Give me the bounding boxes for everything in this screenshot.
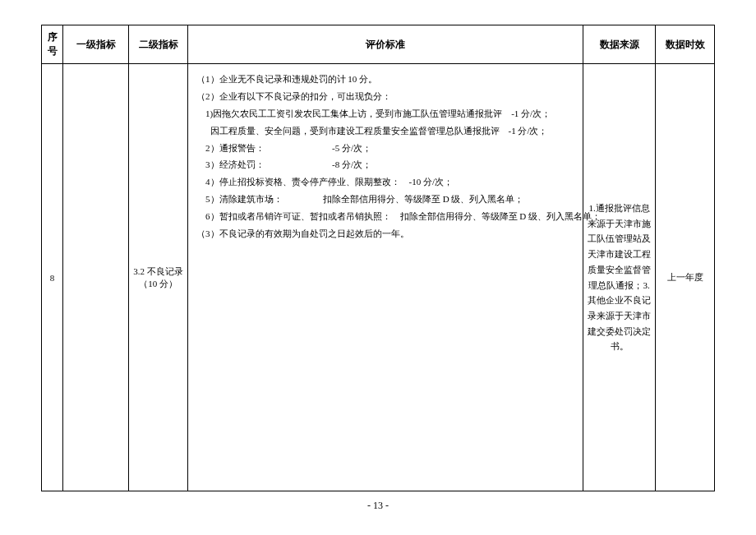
cell-source: 1.通报批评信息来源于天津市施工队伍管理站及天津市建设工程质量安全监督管理总队通… bbox=[583, 64, 656, 491]
criteria-line: （3）不良记录的有效期为自处罚之日起效后的一年。 bbox=[196, 225, 574, 242]
header-criteria: 评价标准 bbox=[188, 25, 583, 64]
evaluation-table: 序号 一级指标 二级指标 评价标准 数据来源 数据时效 8 3.2 不良记录（1… bbox=[41, 25, 715, 491]
cell-level2: 3.2 不良记录（10 分） bbox=[129, 64, 188, 491]
criteria-line: 因工程质量、安全问题，受到市建设工程质量安全监督管理总队通报批评 -1 分/次； bbox=[196, 122, 574, 140]
criteria-line: （1）企业无不良记录和违规处罚的计 10 分。 bbox=[196, 71, 574, 88]
header-source: 数据来源 bbox=[583, 25, 656, 64]
criteria-line: （2）企业有以下不良记录的扣分，可出现负分： bbox=[196, 88, 574, 105]
header-seq: 序号 bbox=[42, 25, 63, 64]
cell-seq: 8 bbox=[42, 64, 63, 491]
criteria-line: 6）暂扣或者吊销许可证、暂扣或者吊销执照： 扣除全部信用得分、等级降至 D 级、… bbox=[196, 208, 574, 225]
header-level2: 二级指标 bbox=[129, 25, 188, 64]
table-header-row: 序号 一级指标 二级指标 评价标准 数据来源 数据时效 bbox=[42, 25, 715, 64]
cell-level1 bbox=[63, 64, 129, 491]
header-level1: 一级指标 bbox=[63, 25, 129, 64]
cell-criteria: （1）企业无不良记录和违规处罚的计 10 分。 （2）企业有以下不良记录的扣分，… bbox=[188, 64, 583, 491]
criteria-line: 3）经济处罚： -8 分/次； bbox=[196, 156, 574, 173]
cell-validity: 上一年度 bbox=[656, 64, 715, 491]
table-row: 8 3.2 不良记录（10 分） （1）企业无不良记录和违规处罚的计 10 分。… bbox=[42, 64, 715, 491]
header-validity: 数据时效 bbox=[656, 25, 715, 64]
criteria-line: 2）通报警告： -5 分/次； bbox=[196, 140, 574, 157]
criteria-line: 1)因拖欠农民工工资引发农民工集体上访，受到市施工队伍管理站通报批评 -1 分/… bbox=[196, 105, 574, 122]
criteria-line: 5）清除建筑市场： 扣除全部信用得分、等级降至 D 级、列入黑名单； bbox=[196, 191, 574, 208]
page-number: - 13 - bbox=[41, 500, 715, 512]
criteria-line: 4）停止招投标资格、责令停产停业、限期整改： -10 分/次； bbox=[196, 173, 574, 191]
